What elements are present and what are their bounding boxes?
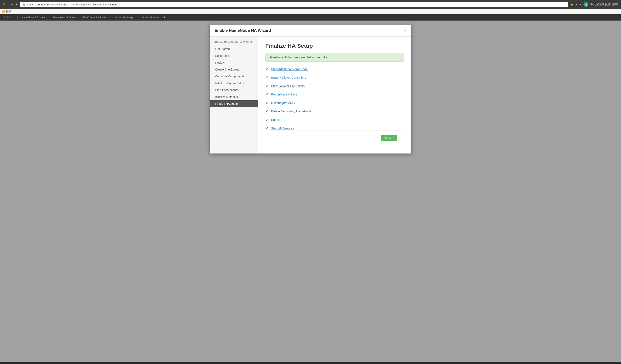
- step-link-delete-secondary-namenode[interactable]: Delete Secondary NameNode: [271, 110, 311, 113]
- page-background: Enable NameNode HA Wizard × ENABLE NAMEN…: [0, 20, 621, 362]
- step-list: ✔ Start Additional NameNode ✔ Install Fa…: [265, 66, 404, 130]
- monitor-item-nn-connection: NN Connection Load: [79, 16, 110, 19]
- bookmark-folder-icon: [2, 10, 5, 13]
- sidebar-item-start-components[interactable]: Start Components: [210, 87, 258, 94]
- checkmark-icon-5: ✔: [265, 109, 269, 114]
- browser-right: ⚡ ★ ▾ Q 令玩家疯狂的游戏神器: [570, 2, 619, 7]
- sidebar-section-title: ENABLE NAMENODE HA WIZARD: [210, 41, 258, 46]
- wizard-content: Finalize HA Setup NameNode HA has been e…: [258, 37, 411, 154]
- done-button[interactable]: Done: [381, 135, 397, 142]
- monitor-bar: 🖥 Slider NameNode GC count NameNode GC t…: [0, 14, 621, 20]
- lightning-icon: ⚡: [570, 3, 573, 6]
- monitor-item-gc-time: NameNode GC time: [49, 16, 79, 19]
- modal-overlay: Enable NameNode HA Wizard × ENABLE NAMEN…: [0, 20, 621, 362]
- checkmark-icon-7: ✔: [265, 126, 269, 130]
- step-link-start-failover-controllers[interactable]: Start Failover Controllers: [271, 84, 305, 88]
- forward-icon[interactable]: ★: [15, 3, 18, 6]
- step-item-start-all-services: ✔ Start All Services: [265, 126, 404, 130]
- checkmark-icon-6: ✔: [265, 117, 269, 122]
- monitor-item-nn-heap: NameNode Heap: [110, 16, 137, 19]
- wizard-step-title: Finalize HA Setup: [265, 43, 404, 49]
- step-link-start-all-services[interactable]: Start All Services: [271, 127, 294, 130]
- bookmark-label: 链接: [6, 10, 11, 13]
- slider-label[interactable]: 🖥 Slider: [3, 16, 17, 19]
- step-link-reconfigure-hbase[interactable]: Reconfigure HBase: [271, 93, 297, 96]
- sidebar-item-finalize-ha-setup[interactable]: Finalize HA Setup: [210, 100, 258, 107]
- security-icon: 🔒: [22, 3, 25, 6]
- url-text: 172.17.100.21:8080/#/main/services/highA…: [27, 3, 117, 6]
- step-item-stop-hdfs: ✔ Stop HDFS: [265, 117, 404, 122]
- bookmarks-bar: 链接: [0, 9, 621, 14]
- ext-label: 令玩家疯狂的游戏神器: [590, 3, 619, 6]
- browser-bar: ↻ ⌂ ← ★ 🔒 172.17.100.21:8080/#/main/serv…: [0, 0, 621, 9]
- browser-controls[interactable]: ↻ ⌂ ← ★: [2, 3, 18, 6]
- sidebar-item-select-hosts[interactable]: Select Hosts: [210, 52, 258, 59]
- step-item-reconfigure-hbase: ✔ Reconfigure HBase: [265, 92, 404, 97]
- home-icon[interactable]: ⌂: [7, 3, 9, 6]
- step-item-start-failover-controllers: ✔ Start Failover Controllers: [265, 83, 404, 88]
- monitor-icon: 🖥: [3, 16, 6, 19]
- sidebar-item-review[interactable]: Review: [210, 59, 258, 66]
- monitor-item-gc-count: NameNode GC count: [17, 16, 49, 19]
- modal-header: Enable NameNode HA Wizard ×: [210, 25, 411, 37]
- extension-icon[interactable]: Q: [584, 2, 588, 7]
- step-link-start-additional-namenode[interactable]: Start Additional NameNode: [271, 67, 308, 71]
- modal-body: ENABLE NAMENODE HA WIZARD Get Started Se…: [210, 37, 411, 154]
- modal: Enable NameNode HA Wizard × ENABLE NAMEN…: [210, 25, 411, 154]
- sidebar-item-create-checkpoint[interactable]: Create Checkpoint: [210, 66, 258, 73]
- sidebar-item-get-started[interactable]: Get Started: [210, 46, 258, 52]
- star-icon[interactable]: ★: [575, 3, 578, 6]
- checkmark-icon-0: ✔: [265, 66, 269, 71]
- reload-icon[interactable]: ↻: [2, 3, 5, 6]
- step-item-start-additional-namenode: ✔ Start Additional NameNode: [265, 66, 404, 71]
- checkmark-icon-1: ✔: [265, 75, 269, 80]
- step-link-install-failover-controllers[interactable]: Install Failover Controllers: [271, 76, 306, 79]
- sidebar-item-configure-components[interactable]: Configure Components: [210, 73, 258, 80]
- checkmark-icon-2: ✔: [265, 83, 269, 88]
- modal-title: Enable NameNode HA Wizard: [214, 28, 271, 33]
- step-link-stop-hdfs[interactable]: Stop HDFS: [271, 118, 287, 122]
- wizard-sidebar: ENABLE NAMENODE HA WIZARD Get Started Se…: [210, 37, 258, 154]
- success-banner: NameNode HA has been enabled successfull…: [265, 53, 404, 62]
- checkmark-icon-4: ✔: [265, 100, 269, 105]
- address-bar[interactable]: 🔒 172.17.100.21:8080/#/main/services/hig…: [20, 2, 568, 7]
- step-link-reconfigure-ams[interactable]: Reconfigure AMS: [271, 101, 295, 105]
- step-item-delete-secondary-namenode: ✔ Delete Secondary NameNode: [265, 109, 404, 114]
- sidebar-item-initialize-journalnodes[interactable]: Initialize JournalNodes: [210, 80, 258, 87]
- modal-close-button[interactable]: ×: [404, 29, 407, 33]
- sidebar-item-initialize-metadata[interactable]: Initialize Metadata: [210, 94, 258, 100]
- success-message: NameNode HA has been enabled successfull…: [269, 56, 328, 59]
- bookmark-item[interactable]: 链接: [2, 10, 11, 13]
- dropdown-icon[interactable]: ▾: [580, 3, 582, 6]
- step-item-reconfigure-ams: ✔ Reconfigure AMS: [265, 100, 404, 105]
- step-item-install-failover-controllers: ✔ Install Failover Controllers: [265, 75, 404, 80]
- wizard-footer: Done: [265, 130, 404, 145]
- checkmark-icon-3: ✔: [265, 92, 269, 97]
- back-icon[interactable]: ←: [10, 3, 14, 6]
- monitor-item-nn-hostload: NameNode Host Load: [137, 16, 169, 19]
